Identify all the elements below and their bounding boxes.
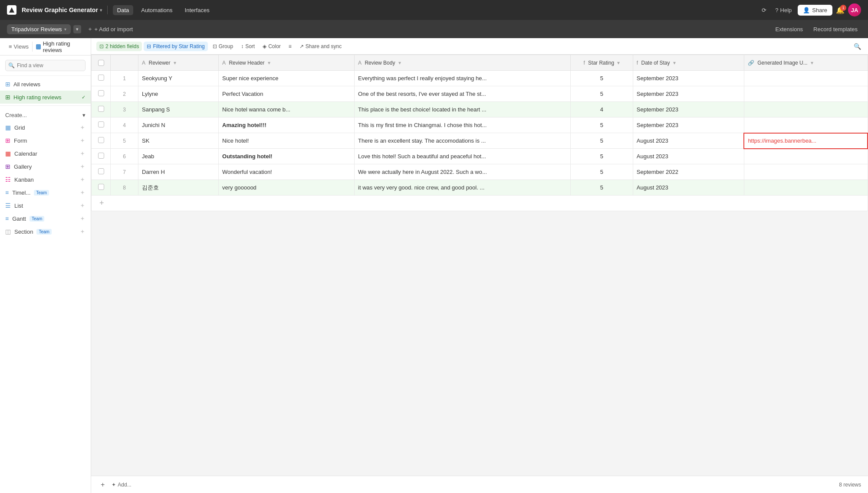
add-new-row-icon[interactable]: + [95, 199, 108, 208]
share-button[interactable]: 👤 Share [798, 5, 832, 16]
extensions-button[interactable]: Extensions [772, 24, 807, 34]
share-sync-button[interactable]: ↗ Share and sync [296, 42, 345, 51]
search-view-input[interactable] [5, 60, 85, 71]
row-checkbox-cell[interactable] [92, 71, 111, 86]
row-number: 6 [111, 149, 138, 164]
row-checkbox[interactable] [98, 75, 104, 81]
review-header-cell: Nice hotel wanna come b... [219, 102, 355, 118]
review-body-sort-icon[interactable]: ▾ [398, 60, 401, 66]
history-button[interactable]: ⟳ [759, 5, 769, 15]
review-header-cell: Wonderful vacation! [219, 164, 355, 180]
date-of-stay-cell: September 2023 [633, 102, 744, 118]
date-of-stay-cell: August 2023 [633, 180, 744, 196]
main-layout: ≡ Views High rating reviews 🔍 ⊞ All revi… [0, 38, 868, 493]
toolbar: ≡ Views High rating reviews [0, 38, 91, 56]
footer-add-button[interactable]: + [98, 480, 107, 490]
date-sort-icon[interactable]: ▾ [673, 60, 676, 66]
star-rating-cell: 4 [571, 102, 633, 118]
review-header-sort-icon[interactable]: ▾ [268, 60, 270, 66]
url-sort-icon[interactable]: ▾ [811, 60, 813, 66]
avatar[interactable]: JA [848, 3, 861, 16]
th-generated-image-url[interactable]: 🔗 Generated Image U... ▾ [744, 55, 868, 71]
create-timeline-item[interactable]: ≡ Timel... Team ＋ [0, 186, 91, 199]
create-kanban-item[interactable]: ☷ Kanban ＋ [0, 173, 91, 186]
row-checkbox[interactable] [98, 168, 104, 174]
app-logo [7, 5, 16, 15]
nav-automations-button[interactable]: Automations [137, 5, 177, 15]
add-import-button[interactable]: ＋ + Add or import [84, 23, 137, 35]
create-list-item[interactable]: ☰ List ＋ [0, 199, 91, 212]
image-url-link[interactable]: https://images.bannerbea... [748, 137, 816, 144]
row-checkbox[interactable] [98, 153, 104, 159]
row-checkbox-cell[interactable] [92, 149, 111, 164]
row-checkbox[interactable] [98, 184, 104, 190]
create-calendar-item[interactable]: ▦ Calendar ＋ [0, 147, 91, 160]
row-checkbox-cell[interactable] [92, 133, 111, 149]
row-number: 3 [111, 102, 138, 118]
reviewer-sort-icon[interactable]: ▾ [174, 60, 176, 66]
row-checkbox-cell[interactable] [92, 86, 111, 102]
color-button[interactable]: ◈ Color [260, 42, 284, 51]
nav-separator [107, 6, 108, 14]
row-checkbox[interactable] [98, 106, 104, 112]
table-wrapper: A Reviewer ▾ A Review Header ▾ A Review … [91, 55, 868, 476]
filter-button[interactable]: ⊟ Filtered by Star Rating [144, 42, 207, 51]
th-checkbox[interactable] [92, 55, 111, 71]
create-grid-item[interactable]: ▦ Grid ＋ [0, 121, 91, 134]
help-button[interactable]: ? Help [773, 5, 794, 15]
app-title-chevron-icon[interactable]: ▾ [100, 8, 102, 13]
calendar-add-icon: ＋ [79, 150, 85, 157]
form-icon: ⊞ [5, 137, 10, 144]
search-icon: 🔍 [8, 62, 15, 69]
review-header-cell: Super nice experience [219, 71, 355, 86]
sort-button[interactable]: ↕ Sort [238, 42, 258, 51]
create-gantt-item[interactable]: ≡ Gantt Team ＋ [0, 212, 91, 225]
record-templates-button[interactable]: Record templates [810, 24, 861, 34]
row-checkbox[interactable] [98, 121, 104, 127]
row-checkbox[interactable] [98, 90, 104, 96]
views-icon: ≡ [9, 43, 12, 50]
density-button[interactable]: ≡ [286, 42, 295, 51]
th-reviewer[interactable]: A Reviewer ▾ [138, 55, 219, 71]
table-chevron-down-button[interactable]: ▾ [73, 25, 81, 33]
sidebar-search-area: 🔍 [0, 56, 91, 76]
gallery-icon: ⊞ [5, 163, 10, 170]
table-body: 1Seokyung YSuper nice experienceEverythi… [92, 71, 868, 196]
table-selector-button[interactable]: Tripadvisor Reviews ▾ [7, 24, 71, 34]
second-bar: Tripadvisor Reviews ▾ ▾ ＋ + Add or impor… [0, 20, 868, 38]
nav-data-button[interactable]: Data [113, 5, 133, 15]
magic-icon: ✦ [112, 482, 116, 488]
sidebar-item-all-reviews[interactable]: ⊞ All reviews [0, 78, 91, 91]
row-checkbox-cell[interactable] [92, 118, 111, 133]
star-rating-sort-icon[interactable]: ▾ [617, 60, 620, 66]
group-button[interactable]: ⊡ Group [210, 42, 236, 51]
create-form-item[interactable]: ⊞ Form ＋ [0, 134, 91, 147]
hidden-fields-icon: ⊡ [99, 43, 104, 49]
hidden-fields-button[interactable]: ⊡ 2 hidden fields [96, 42, 142, 51]
row-checkbox-cell[interactable] [92, 164, 111, 180]
table-chevron-icon: ▾ [64, 27, 66, 32]
row-checkbox-cell[interactable] [92, 180, 111, 196]
all-reviews-icon: ⊞ [5, 81, 10, 88]
sidebar-item-high-rating[interactable]: ⊞ High rating reviews ✓ [0, 91, 91, 104]
row-checkbox[interactable] [98, 137, 104, 143]
notifications-button[interactable]: 🔔 1 [836, 6, 845, 14]
th-date-of-stay[interactable]: f Date of Stay ▾ [633, 55, 744, 71]
footer-add-magic-button[interactable]: ✦ Add... [112, 482, 131, 488]
grid-icon: ▦ [5, 124, 11, 131]
date-of-stay-cell: August 2023 [633, 149, 744, 164]
create-section-item[interactable]: ◫ Section Team ＋ [0, 225, 91, 238]
review-header-col-icon: A [222, 60, 226, 66]
th-review-header[interactable]: A Review Header ▾ [219, 55, 355, 71]
table-row: 4Junichi NAmazing hotel!!!This is my fir… [92, 118, 868, 133]
table-search-button[interactable]: 🔍 [852, 41, 863, 52]
th-star-rating[interactable]: f Star Rating ▾ [571, 55, 633, 71]
row-checkbox-cell[interactable] [92, 102, 111, 118]
review-body-cell: This is my first time in Chiangmai. I ch… [355, 118, 571, 133]
th-review-body[interactable]: A Review Body ▾ [355, 55, 571, 71]
nav-interfaces-button[interactable]: Interfaces [181, 5, 214, 15]
create-header[interactable]: Create... ▾ [0, 109, 91, 121]
row-number: 2 [111, 86, 138, 102]
th-row-num [111, 55, 138, 71]
create-gallery-item[interactable]: ⊞ Gallery ＋ [0, 160, 91, 173]
